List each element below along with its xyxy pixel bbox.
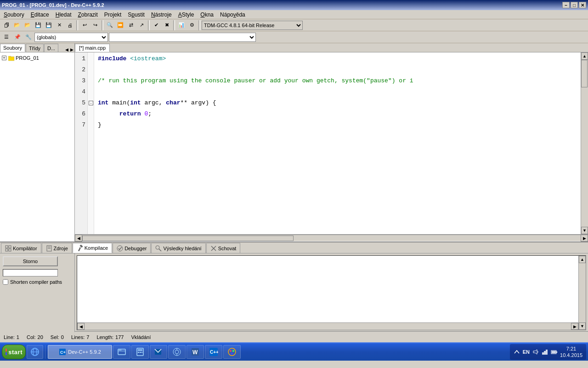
- svg-text:C++: C++: [210, 350, 218, 355]
- open-btn[interactable]: 📂: [23, 20, 33, 30]
- h-scroll-track[interactable]: [82, 235, 581, 242]
- output-hscrollbar[interactable]: ◀ ▶: [77, 322, 578, 330]
- out-scroll-right[interactable]: ▶: [571, 323, 578, 330]
- scroll-left-btn[interactable]: ◀: [75, 235, 82, 242]
- new-file-btn[interactable]: 🗍: [1, 20, 11, 30]
- code-line-2: [98, 64, 577, 75]
- line-num-5: 5: [75, 98, 85, 109]
- tab-zdroje-label: Zdroje: [54, 246, 68, 251]
- save-all-btn[interactable]: 💾: [44, 20, 54, 30]
- taskbar-btn-3[interactable]: [131, 345, 149, 359]
- out-scroll-track[interactable]: [579, 263, 586, 322]
- menu-editace[interactable]: Editace: [28, 11, 52, 18]
- tab-debugger[interactable]: Debugger: [113, 243, 151, 253]
- menu-nastroje[interactable]: Nástroje: [148, 11, 175, 18]
- taskbar-devcpp[interactable]: C+ Dev-C++ 5.9.2: [48, 345, 112, 359]
- start-button[interactable]: start: [2, 345, 26, 359]
- svg-marker-9: [78, 247, 81, 251]
- tray-network-icon: [542, 349, 548, 355]
- menu-astyle[interactable]: AStyle: [175, 11, 197, 18]
- chart-btn[interactable]: 📊: [176, 20, 187, 30]
- tab-kompilator[interactable]: Kompilátor: [1, 243, 41, 253]
- menu-projekt[interactable]: Projekt: [102, 11, 124, 18]
- minimize-button[interactable]: –: [562, 2, 570, 8]
- close-button[interactable]: ✕: [579, 2, 586, 8]
- function-dropdown[interactable]: [109, 33, 256, 42]
- menu-hledat[interactable]: Hledat: [53, 11, 74, 18]
- scroll-up-btn[interactable]: ▲: [581, 52, 588, 60]
- print-btn[interactable]: 🖨: [65, 20, 75, 30]
- scroll-right-btn[interactable]: ▶: [581, 235, 588, 242]
- project-tree-item[interactable]: + PROG_01: [2, 54, 73, 62]
- tab-main-cpp[interactable]: [*] main.cpp: [75, 44, 110, 52]
- tb2-btn3[interactable]: 🔧: [23, 32, 34, 42]
- scope-dropdown[interactable]: (globals): [34, 33, 108, 42]
- taskbar-btn-5[interactable]: [168, 345, 186, 359]
- save-btn[interactable]: 💾: [33, 20, 43, 30]
- sidebar-tab-tridy[interactable]: Třídy: [26, 44, 44, 52]
- compiler-dropdown[interactable]: TDM-GCC 4.8.1 64-bit Release: [202, 21, 303, 30]
- tab-vysledky[interactable]: Výsledky hledání: [151, 243, 205, 253]
- tree-expand-btn[interactable]: +: [2, 56, 6, 60]
- scope-selector[interactable]: (globals): [34, 33, 256, 42]
- settings-btn[interactable]: ⚙: [187, 20, 197, 30]
- menu-okna[interactable]: Okna: [198, 11, 216, 18]
- compile-check-btn[interactable]: ✔: [151, 20, 161, 30]
- shorten-paths-checkbox[interactable]: [3, 279, 8, 285]
- word-icon: W: [191, 347, 200, 356]
- vertical-scrollbar[interactable]: ▲ ▼: [581, 52, 588, 234]
- sidebar-prev[interactable]: ◀: [64, 47, 69, 52]
- replace-btn[interactable]: ⇄: [126, 20, 136, 30]
- stop-btn[interactable]: ✖: [162, 20, 172, 30]
- taskbar-btn-7[interactable]: C++: [205, 345, 222, 359]
- menu-soubory[interactable]: Soubory: [1, 11, 27, 18]
- taskbar-btn-2[interactable]: [113, 345, 130, 359]
- quicklaunch-ie[interactable]: [27, 345, 43, 359]
- svg-rect-53: [552, 351, 556, 353]
- taskbar-btn-8[interactable]: [223, 345, 241, 359]
- taskbar-btn-6[interactable]: W: [187, 345, 204, 359]
- close-btn[interactable]: ✕: [54, 20, 64, 30]
- sidebar-next[interactable]: ▶: [69, 47, 74, 52]
- maximize-button[interactable]: □: [571, 2, 578, 8]
- shorten-paths-option[interactable]: Shorten compiler paths: [3, 279, 72, 285]
- compiler-selector[interactable]: TDM-GCC 4.8.1 64-bit Release: [202, 21, 303, 30]
- sidebar-tab-d[interactable]: D...: [44, 44, 58, 52]
- out-h-track[interactable]: [85, 323, 571, 330]
- line-num-4: 4: [75, 86, 85, 98]
- undo-btn[interactable]: ↩: [79, 20, 90, 30]
- scroll-thumb[interactable]: [581, 60, 588, 87]
- out-scroll-left[interactable]: ◀: [77, 323, 85, 330]
- find-btn[interactable]: 🔍: [105, 20, 115, 30]
- taskbar-btn-4[interactable]: [150, 345, 167, 359]
- tab-schovat[interactable]: Schovat: [206, 243, 241, 253]
- editor-tabs: [*] main.cpp: [75, 43, 588, 52]
- tray-lang: EN: [523, 349, 530, 355]
- bottom-panel: Kompilátor Zdroje Kompilace Debugger Výs…: [0, 242, 588, 331]
- sel-label: Sel:: [51, 334, 59, 340]
- out-scroll-up[interactable]: ▲: [579, 256, 586, 263]
- redo-btn[interactable]: ↪: [90, 20, 100, 30]
- goto-btn[interactable]: ↗: [136, 20, 147, 30]
- cancel-button[interactable]: Storno: [3, 256, 58, 266]
- new-project-btn[interactable]: 📂: [12, 20, 22, 30]
- tab-kompilace[interactable]: Kompilace: [73, 243, 112, 253]
- tb2-btn2[interactable]: 📌: [12, 32, 23, 42]
- output-vscrollbar[interactable]: ▲ ▼: [578, 256, 586, 330]
- code-content[interactable]: #include <iostream> /* run this program …: [94, 52, 581, 234]
- horizontal-scrollbar[interactable]: ◀ ▶: [75, 234, 588, 242]
- scroll-track[interactable]: [581, 60, 588, 227]
- menu-zobrazit[interactable]: Zobrazit: [75, 11, 100, 18]
- h-scroll-thumb[interactable]: [82, 236, 294, 241]
- compiler-panel: Storno Shorten compiler paths: [0, 253, 75, 332]
- fold-5[interactable]: -: [88, 98, 94, 109]
- out-scroll-down[interactable]: ▼: [579, 322, 586, 330]
- find-next-btn[interactable]: ⏩: [115, 20, 125, 30]
- menu-napoveda[interactable]: Nápověda: [217, 11, 248, 18]
- menu-spustit[interactable]: Spustit: [125, 11, 147, 18]
- svg-rect-16: [6, 349, 7, 351]
- tb2-btn1[interactable]: ☰: [1, 32, 11, 42]
- sidebar-tab-soubory[interactable]: Soubory: [0, 44, 25, 52]
- scroll-down-btn[interactable]: ▼: [581, 227, 588, 234]
- tab-zdroje[interactable]: Zdroje: [42, 243, 72, 253]
